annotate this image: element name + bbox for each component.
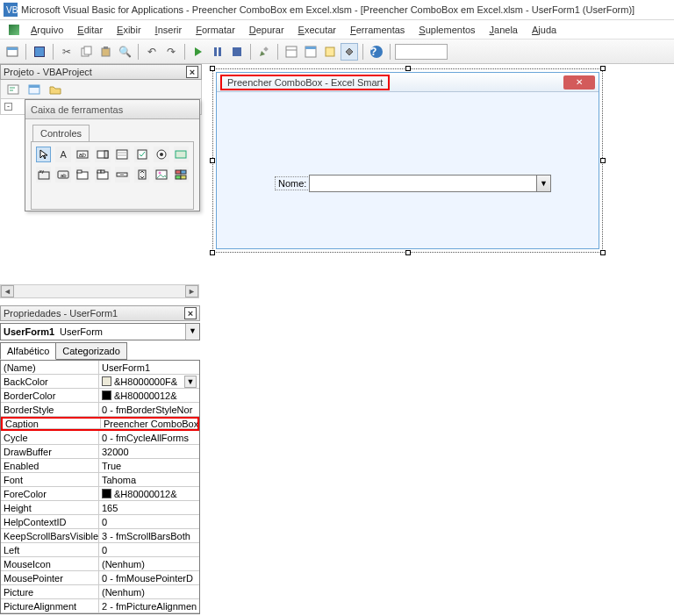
menu-formatar[interactable]: Formatar (190, 23, 241, 37)
menu-janela[interactable]: Janela (484, 23, 524, 37)
property-value[interactable]: (Nenhum) (99, 585, 199, 599)
undo-icon[interactable]: ↶ (143, 43, 161, 61)
property-row[interactable]: MousePointer0 - fmMousePointerD (1, 571, 199, 585)
menu-ajuda[interactable]: Ajuda (526, 23, 563, 37)
properties-object-selector[interactable]: UserForm1 UserForm ▼ (0, 323, 200, 340)
property-value[interactable]: &H80000012& (99, 487, 199, 501)
dropdown-icon[interactable]: ▼ (184, 376, 197, 388)
object-browser-icon[interactable] (321, 43, 339, 61)
property-value[interactable]: (Nenhum) (99, 557, 199, 571)
project-explorer-icon[interactable] (283, 43, 300, 61)
resize-handle-se[interactable] (600, 250, 606, 255)
property-row[interactable]: BackColor&H8000000F&▼ (1, 375, 199, 389)
textbox-tool-icon[interactable]: ab (75, 147, 90, 162)
paste-icon[interactable] (97, 43, 114, 61)
view-object-icon[interactable] (25, 81, 43, 98)
listbox-tool-icon[interactable] (115, 147, 130, 162)
property-value[interactable]: 0 - fmMousePointerD (99, 571, 199, 585)
combobox-nome[interactable]: ▼ (309, 175, 551, 192)
resize-handle-sw[interactable] (210, 250, 215, 255)
tab-categorizado[interactable]: Categorizado (55, 342, 126, 360)
combobox-dropdown-icon[interactable]: ▼ (536, 175, 550, 191)
property-row[interactable]: Left0 (1, 543, 199, 557)
property-row[interactable]: ForeColor&H80000012& (1, 487, 199, 501)
property-row[interactable]: CaptionPreencher ComboBox (1, 417, 199, 431)
property-value[interactable]: UserForm1 (99, 361, 199, 375)
tree-minus-icon[interactable]: - (4, 103, 12, 111)
property-row[interactable]: BorderColor&H80000012& (1, 389, 199, 403)
form-designer[interactable]: Preencher ComboBox - Excel Smart ✕ Nome:… (211, 67, 610, 263)
project-explorer-hscroll[interactable]: ◄ ► (0, 284, 199, 298)
property-row[interactable]: EnabledTrue (1, 459, 199, 473)
property-value[interactable]: 2 - fmPictureAlignmen (99, 599, 199, 613)
insert-userform-icon[interactable] (4, 43, 21, 61)
property-value[interactable]: Tahoma (99, 473, 199, 487)
resize-handle-s[interactable] (405, 250, 411, 255)
property-row[interactable]: PictureAlignment2 - fmPictureAlignmen (1, 599, 199, 613)
resize-handle-e[interactable] (600, 158, 606, 163)
property-value[interactable]: 0 (99, 515, 199, 529)
property-value[interactable]: True (99, 459, 199, 473)
image-tool-icon[interactable] (154, 167, 168, 183)
menu-exibir[interactable]: Exibir (111, 23, 147, 37)
redo-icon[interactable]: ↷ (162, 43, 180, 61)
property-value[interactable]: 32000 (99, 445, 199, 459)
property-value[interactable]: 0 - fmBorderStyleNor (99, 403, 199, 417)
property-row[interactable]: KeepScrollBarsVisible3 - fmScrollBarsBot… (1, 529, 199, 543)
property-row[interactable]: HelpContextID0 (1, 515, 199, 529)
resize-handle-ne[interactable] (600, 66, 606, 71)
tab-alfabetico[interactable]: Alfabético (0, 342, 56, 360)
reset-icon[interactable] (228, 43, 246, 61)
scroll-right-icon[interactable]: ► (185, 285, 198, 297)
menu-inserir[interactable]: Inserir (149, 23, 189, 37)
resize-handle-nw[interactable] (210, 66, 215, 71)
frame-tool-icon[interactable]: xy (36, 167, 51, 183)
toolbox-icon[interactable] (341, 43, 358, 61)
property-row[interactable]: FontTahoma (1, 473, 199, 487)
label-tool-icon[interactable]: A (55, 147, 70, 162)
resize-handle-w[interactable] (210, 158, 215, 163)
copy-icon[interactable] (77, 43, 95, 61)
properties-grid[interactable]: (Name)UserForm1BackColor&H8000000F&▼Bord… (0, 361, 200, 614)
property-value[interactable]: &H8000000F&▼ (99, 375, 199, 389)
property-value[interactable]: 165 (99, 501, 199, 515)
property-row[interactable]: (Name)UserForm1 (1, 361, 199, 375)
properties-window-icon[interactable] (302, 43, 319, 61)
label-nome[interactable]: Nome: (275, 176, 310, 190)
design-mode-icon[interactable] (255, 43, 273, 61)
userform-preview[interactable]: Preencher ComboBox - Excel Smart ✕ Nome:… (216, 72, 599, 249)
find-icon[interactable]: 🔍 (116, 43, 133, 61)
scrollbar-tool-icon[interactable] (115, 167, 130, 183)
properties-close-icon[interactable]: × (184, 307, 197, 319)
scroll-left-icon[interactable]: ◄ (1, 285, 14, 297)
property-row[interactable]: Height165 (1, 501, 199, 515)
property-value[interactable]: 0 - fmCycleAllForms (99, 431, 199, 445)
property-row[interactable]: Picture(Nenhum) (1, 585, 199, 599)
form-selection-frame[interactable]: Preencher ComboBox - Excel Smart ✕ Nome:… (212, 68, 603, 253)
help-icon[interactable]: ? (368, 43, 385, 61)
menu-suplementos[interactable]: Suplementos (412, 23, 481, 37)
project-explorer-close-icon[interactable]: × (186, 66, 198, 78)
menu-depurar[interactable]: Depurar (243, 23, 290, 37)
property-row[interactable]: Cycle0 - fmCycleAllForms (1, 431, 199, 445)
combobox-tool-icon[interactable] (95, 147, 110, 162)
property-value[interactable]: 0 (99, 543, 199, 557)
togglebutton-tool-icon[interactable] (174, 147, 189, 162)
commandbutton-tool-icon[interactable]: ab (55, 167, 70, 183)
dropdown-icon[interactable]: ▼ (185, 324, 199, 340)
userform-close-icon[interactable]: ✕ (563, 75, 595, 90)
view-code-icon[interactable] (4, 81, 22, 98)
toggle-folders-icon[interactable] (47, 81, 64, 98)
run-icon[interactable] (190, 43, 207, 61)
menu-editar[interactable]: Editar (71, 23, 109, 37)
property-row[interactable]: BorderStyle0 - fmBorderStyleNor (1, 403, 199, 417)
form-grid[interactable]: Nome: ▼ (219, 94, 597, 247)
cut-icon[interactable]: ✂ (58, 43, 75, 61)
optionbutton-tool-icon[interactable] (154, 147, 168, 162)
toolbox-window[interactable]: Caixa de ferramentas Controles A ab xy a… (25, 99, 200, 211)
toolbox-tab-controles[interactable]: Controles (32, 125, 90, 141)
menu-arquivo[interactable]: Arquivo (25, 23, 69, 37)
refedit-tool-icon[interactable] (174, 167, 189, 183)
excel-switch-icon[interactable] (5, 21, 23, 39)
checkbox-tool-icon[interactable] (134, 147, 149, 162)
